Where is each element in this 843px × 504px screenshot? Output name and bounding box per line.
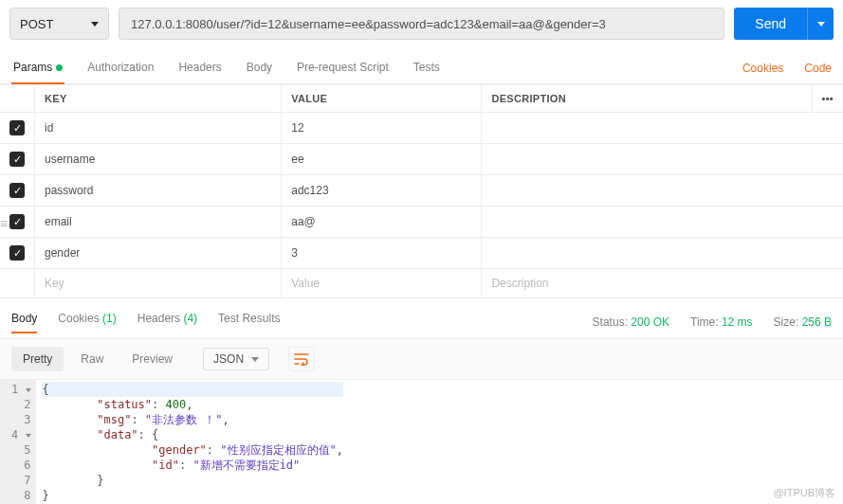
param-key-cell[interactable]: gender <box>35 238 282 269</box>
param-value-placeholder[interactable]: Value <box>282 269 482 298</box>
view-raw[interactable]: Raw <box>69 347 115 371</box>
bulk-edit-icon[interactable]: ••• <box>812 85 843 113</box>
param-value-cell[interactable]: adc123 <box>282 175 482 207</box>
param-value-cell[interactable]: 3 <box>282 238 482 269</box>
watermark: @ITPUB博客 <box>773 486 835 500</box>
tab-params[interactable]: Params <box>11 53 64 83</box>
param-key-cell[interactable]: username <box>35 144 282 175</box>
params-table: KEY VALUE DESCRIPTION ••• ✓ id 12 ✓ user… <box>0 84 843 298</box>
url-input[interactable] <box>119 8 724 40</box>
param-value-cell[interactable]: ee <box>282 144 482 175</box>
tab-headers[interactable]: Headers <box>176 53 223 83</box>
chevron-down-icon <box>251 357 259 362</box>
param-desc-cell[interactable] <box>482 113 843 144</box>
param-desc-cell[interactable] <box>482 175 843 207</box>
param-desc-cell[interactable] <box>482 238 843 269</box>
row-checkbox[interactable]: ✓ <box>9 152 25 167</box>
param-value-cell[interactable]: aa@ <box>282 207 482 238</box>
param-key-cell[interactable]: password <box>35 175 282 207</box>
tab-authorization[interactable]: Authorization <box>85 53 156 83</box>
response-size: Size: 256 B <box>774 315 832 329</box>
col-value: VALUE <box>282 85 482 113</box>
row-checkbox[interactable]: ✓ <box>9 245 25 261</box>
method-value: POST <box>20 17 53 31</box>
view-preview[interactable]: Preview <box>120 347 184 371</box>
tab-tests[interactable]: Tests <box>412 53 442 83</box>
format-select[interactable]: JSON <box>203 348 269 370</box>
send-dropdown-button[interactable] <box>807 8 834 40</box>
response-time: Time: 12 ms <box>690 315 753 329</box>
response-status: Status: 200 OK <box>593 315 669 329</box>
view-pretty[interactable]: Pretty <box>11 347 64 371</box>
cookies-link[interactable]: Cookies <box>742 62 783 75</box>
row-checkbox[interactable]: ✓ <box>9 214 25 229</box>
chevron-down-icon <box>91 22 99 27</box>
response-tab-tests[interactable]: Test Results <box>218 312 280 333</box>
col-key: KEY <box>35 85 282 113</box>
param-desc-cell[interactable] <box>482 207 843 238</box>
param-value-cell[interactable]: 12 <box>282 113 482 144</box>
tab-prerequest[interactable]: Pre-request Script <box>295 53 391 83</box>
chevron-down-icon <box>817 22 825 27</box>
wrap-lines-icon[interactable] <box>288 347 315 371</box>
code-link[interactable]: Code <box>804 62 832 75</box>
response-tab-headers[interactable]: Headers (4) <box>137 312 197 333</box>
row-checkbox[interactable]: ✓ <box>9 120 25 135</box>
tab-body[interactable]: Body <box>245 53 274 83</box>
param-desc-cell[interactable] <box>482 144 843 175</box>
param-key-cell[interactable]: email <box>35 207 282 238</box>
param-desc-placeholder[interactable]: Description <box>482 269 843 298</box>
status-dot-icon <box>56 64 63 71</box>
method-select[interactable]: POST <box>9 8 109 40</box>
response-tab-body[interactable]: Body <box>11 312 37 333</box>
send-button[interactable]: Send <box>734 8 807 40</box>
param-key-placeholder[interactable]: Key <box>35 269 282 298</box>
row-checkbox[interactable]: ✓ <box>9 183 25 198</box>
response-body-editor[interactable]: 1 234 5678 { "status": 400, "msg": "非法参数… <box>0 380 843 504</box>
col-desc: DESCRIPTION <box>482 85 812 113</box>
param-key-cell[interactable]: id <box>35 113 282 144</box>
response-tab-cookies[interactable]: Cookies (1) <box>58 312 116 333</box>
